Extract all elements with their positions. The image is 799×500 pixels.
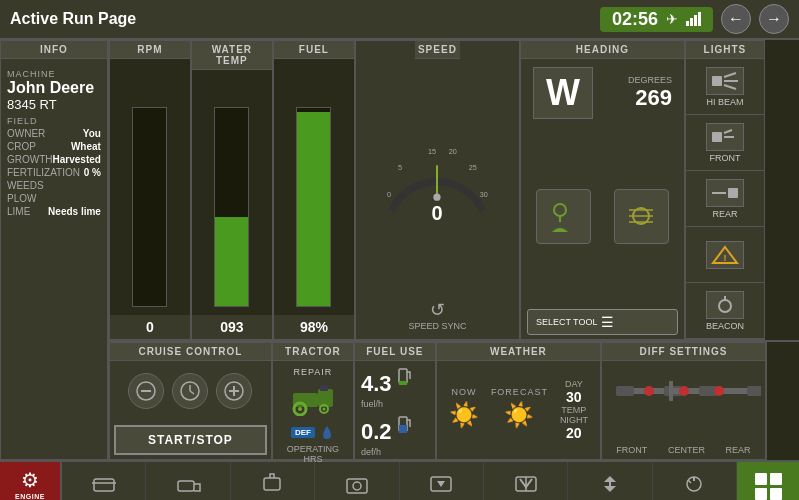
back-button[interactable]: ← xyxy=(721,4,751,34)
svg-line-13 xyxy=(724,73,736,77)
fertilization-value: 0 % xyxy=(84,167,101,178)
lime-row: LIME Needs lime xyxy=(7,206,101,217)
settings-icon xyxy=(614,189,669,244)
fuel-use-unit1: fuel/h xyxy=(361,399,429,409)
clock: 02:56 xyxy=(612,9,658,30)
svg-text:25: 25 xyxy=(469,163,477,172)
fuel-bar-fill xyxy=(297,112,330,306)
growth-row: GROWTH Harvested xyxy=(7,154,101,165)
fertilization-row: FERTILIZATION 0 % xyxy=(7,167,101,178)
svg-rect-11 xyxy=(712,76,722,86)
unload-button[interactable]: UNLOAD xyxy=(400,462,484,500)
svg-text:!: ! xyxy=(723,253,726,263)
cruise-header: CRUISE CONTROL xyxy=(110,343,271,361)
rpm-bar-track xyxy=(132,107,167,307)
forward-button[interactable]: → xyxy=(759,4,789,34)
fuel-drop-icon xyxy=(319,424,335,440)
crop-value: Wheat xyxy=(71,141,101,152)
machine-model: 8345 RT xyxy=(7,97,101,112)
owner-label: OWNER xyxy=(7,128,45,139)
fuel-value: 98% xyxy=(274,315,354,339)
page-title: Active Run Page xyxy=(10,10,600,28)
water-temp-bar-track xyxy=(214,107,249,307)
svg-rect-35 xyxy=(320,385,328,391)
engine-label: ENGINESTARTSTOP xyxy=(15,493,45,500)
speed-header: SPEED xyxy=(415,41,460,59)
tool-function-icon xyxy=(258,470,286,497)
operating-side-button[interactable]: OPERATING SIDE xyxy=(315,462,399,500)
rear-lights-button[interactable]: REAR xyxy=(686,171,764,227)
menu-button[interactable]: MENU xyxy=(737,462,799,500)
fuel-use-row2: 0.2 xyxy=(361,415,429,445)
select-tool-label: SELECT TOOL xyxy=(536,317,598,327)
hazard-button[interactable]: ! xyxy=(686,227,764,283)
diff-rear-label: REAR xyxy=(726,445,751,455)
fuel-use-header: FUEL USE xyxy=(355,343,435,361)
hi-beam-button[interactable]: HI BEAM xyxy=(686,59,764,115)
tractor-icon xyxy=(288,381,338,420)
plow-label: PLOW xyxy=(7,193,36,204)
weather-day-night: DAY 30 TEMP NIGHT 20 xyxy=(560,379,588,441)
fuel-panel: FUEL 98% xyxy=(273,40,355,340)
fuel-use-panel: FUEL USE 4.3 fuel/h 0.2 xyxy=(354,342,436,460)
hi-beam-label: HI BEAM xyxy=(706,97,743,107)
cover-onoff-button[interactable]: COVER ON/OFF xyxy=(62,462,146,500)
cruise-clock-button[interactable] xyxy=(172,373,208,409)
select-tool-button[interactable]: SELECT TOOL ☰ xyxy=(527,309,678,335)
def-badge: DEF xyxy=(291,427,315,438)
speed-panel: SPEED 0 5 15 20 25 30 xyxy=(355,40,520,340)
svg-point-49 xyxy=(679,386,689,396)
repair-label: REPAIR xyxy=(293,367,332,377)
speed-sync-label: SPEED SYNC xyxy=(408,321,466,331)
fuel-use-value2: 0.2 xyxy=(361,419,392,445)
tool-onoff-button[interactable]: TOOL ON/OFF xyxy=(653,462,737,500)
main-area: INFO MACHINE John Deere 8345 RT FIELD OW… xyxy=(0,40,799,460)
svg-point-22 xyxy=(719,300,731,312)
start-stop-button[interactable]: START/STOP xyxy=(114,425,267,455)
cruise-increase-button[interactable] xyxy=(216,373,252,409)
svg-rect-51 xyxy=(94,479,114,491)
diff-diagram xyxy=(606,366,761,441)
cruise-decrease-button[interactable] xyxy=(128,373,164,409)
weeds-label: WEEDS xyxy=(7,180,44,191)
weather-panel: WEATHER NOW ☀️ FORECAST ☀️ DAY 30 TEMP N xyxy=(436,342,601,460)
unload-icon xyxy=(427,473,455,500)
beacon-button[interactable]: BEACON xyxy=(686,283,764,339)
svg-text:5: 5 xyxy=(398,163,402,172)
svg-rect-39 xyxy=(399,425,407,433)
front-lights-icon xyxy=(706,123,744,151)
pipe-out-button[interactable]: PIPE OUT xyxy=(146,462,230,500)
svg-point-50 xyxy=(714,386,724,396)
owner-row: OWNER You xyxy=(7,128,101,139)
fertilization-label: FERTILIZATION xyxy=(7,167,80,178)
speed-sync: ↺ SPEED SYNC xyxy=(408,299,466,339)
front-lights-label: FRONT xyxy=(709,153,740,163)
water-temp-bar-container xyxy=(192,70,272,315)
svg-rect-37 xyxy=(399,381,407,385)
engine-button[interactable]: ⚙ ENGINESTARTSTOP xyxy=(0,462,62,500)
svg-rect-40 xyxy=(616,386,634,396)
weather-day-value: 30 xyxy=(560,389,588,405)
force-unload-button[interactable]: FORCE UNLOAD xyxy=(484,462,568,500)
diff-front-label: FRONT xyxy=(616,445,647,455)
svg-point-7 xyxy=(434,194,441,201)
diff-center-label: CENTER xyxy=(668,445,705,455)
svg-rect-53 xyxy=(264,478,280,490)
list-icon: ☰ xyxy=(601,314,614,330)
extra-tool-function-button[interactable]: EXTRATOOL FUNCTION xyxy=(231,462,315,500)
lights-header: LIGHTS xyxy=(686,41,764,59)
terrain-icon xyxy=(536,189,591,244)
machine-name: John Deere xyxy=(7,79,101,97)
field-label: FIELD xyxy=(7,116,101,126)
front-lights-button[interactable]: FRONT xyxy=(686,115,764,171)
raise-lower-button[interactable]: RAISE/LOWER xyxy=(568,462,652,500)
cover-icon xyxy=(90,473,118,500)
info-content: MACHINE John Deere 8345 RT FIELD OWNER Y… xyxy=(1,59,107,223)
svg-line-14 xyxy=(724,85,736,89)
svg-rect-36 xyxy=(399,369,407,383)
fuel-use-row1: 4.3 xyxy=(361,367,429,397)
tool-area xyxy=(521,127,684,305)
fuel-use-content: 4.3 fuel/h 0.2 xyxy=(355,361,435,463)
menu-grid-icon xyxy=(751,469,786,500)
weather-header: WEATHER xyxy=(437,343,600,361)
